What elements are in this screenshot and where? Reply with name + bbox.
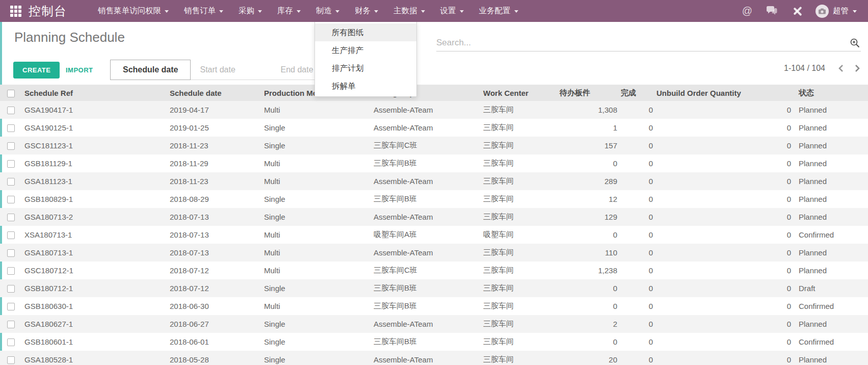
column-header-5[interactable]: 待办板件: [558, 85, 619, 101]
column-header-1[interactable]: Schedule date: [168, 85, 262, 101]
cell-mode: Single: [262, 279, 372, 297]
import-button[interactable]: IMPORT: [62, 62, 97, 79]
cell-unbuild: 0: [654, 351, 793, 365]
topbar-menu-item-6[interactable]: 主数据: [386, 0, 433, 22]
select-all-checkbox[interactable]: [7, 90, 15, 97]
app-title[interactable]: 控制台: [29, 3, 67, 19]
cell-group: 三胺车间B班: [372, 154, 481, 172]
row-checkbox[interactable]: [7, 303, 15, 310]
table-row[interactable]: GSA190125-12019-01-25SingleAssemble-ATea…: [0, 119, 868, 137]
cell-state: Planned: [793, 137, 868, 154]
cell-group: Assemble-ATeam: [372, 101, 481, 119]
topbar-menu-item-7[interactable]: 设置: [433, 0, 471, 22]
row-checkbox[interactable]: [7, 196, 15, 203]
cell-group: Assemble-ATeam: [372, 315, 481, 333]
dropdown-item-1[interactable]: 生产排产: [315, 41, 416, 59]
cell-center: 三胺车间: [481, 208, 558, 226]
dropdown-item-0[interactable]: 所有图纸: [315, 23, 416, 41]
row-checkbox[interactable]: [7, 321, 15, 328]
row-checkbox[interactable]: [7, 356, 15, 364]
topbar-menu-item-2[interactable]: 采购: [231, 0, 270, 22]
row-checkbox[interactable]: [7, 160, 15, 168]
table-row[interactable]: GSB180712-12018-07-12Single三胺车间B班三胺车间000…: [0, 279, 868, 297]
table-row[interactable]: GSB180630-12018-06-30Multi三胺车间B班三胺车间000C…: [0, 297, 868, 315]
cell-mode: Single: [262, 208, 372, 226]
table-row[interactable]: GSA180713-22018-07-13SingleAssemble-ATea…: [0, 208, 868, 226]
cell-state: Planned: [793, 262, 868, 279]
column-header-4[interactable]: Work Center: [481, 85, 558, 101]
chat-bubble-icon[interactable]: [766, 6, 778, 16]
row-checkbox[interactable]: [7, 285, 15, 293]
column-header-0[interactable]: Schedule Ref: [22, 85, 168, 101]
row-checkbox[interactable]: [7, 338, 15, 346]
row-checkbox[interactable]: [7, 267, 15, 275]
cell-date: 2018-06-30: [168, 297, 262, 315]
cell-state: Confirmed: [793, 297, 868, 315]
cell-date: 2018-06-01: [168, 333, 262, 351]
search-zoom-icon[interactable]: [850, 38, 860, 48]
cell-mode: Multi: [262, 297, 372, 315]
topbar-menu-item-0[interactable]: 销售菜单访问权限: [90, 0, 176, 22]
cell-date: 2019-01-25: [168, 119, 262, 137]
cell-center: 三胺车间: [481, 190, 558, 208]
cell-todo: 0: [558, 333, 619, 351]
table-row[interactable]: GSB180829-12018-08-29Single三胺车间B班三胺车间120…: [0, 190, 868, 208]
pager-previous-button[interactable]: [837, 64, 845, 72]
table-row[interactable]: GSB181129-12018-11-29Multi三胺车间B班三胺车间000P…: [0, 154, 868, 172]
row-checkbox[interactable]: [7, 231, 15, 239]
topbar-menu-item-1[interactable]: 销售订单: [176, 0, 231, 22]
table-row[interactable]: GSA180713-12018-07-13MultiAssemble-ATeam…: [0, 244, 868, 262]
cell-ref: GSB180630-1: [22, 297, 168, 315]
column-header-6[interactable]: 完成: [619, 85, 654, 101]
cell-todo: 0: [558, 226, 619, 244]
cell-todo: 0: [558, 154, 619, 172]
cell-mode: Multi: [262, 262, 372, 279]
row-checkbox[interactable]: [7, 107, 15, 114]
table-row[interactable]: GSA180528-12018-05-28SingleAssemble-ATea…: [0, 351, 868, 365]
row-checkbox[interactable]: [7, 124, 15, 132]
table-row[interactable]: GSA181123-12018-11-23MultiAssemble-ATeam…: [0, 172, 868, 190]
cell-center: 三胺车间: [481, 279, 558, 297]
cell-date: 2018-05-28: [168, 351, 262, 365]
user-menu[interactable]: 超管: [816, 5, 857, 18]
column-header-7[interactable]: Unbuild Order Quantity: [654, 85, 793, 101]
topbar-menu-item-4[interactable]: 制造: [308, 0, 347, 22]
topbar-menu-item-8[interactable]: 业务配置: [471, 0, 526, 22]
cell-mode: Single: [262, 137, 372, 154]
apps-grid-icon[interactable]: [10, 6, 21, 17]
table-row[interactable]: GSC180712-12018-07-12Multi三胺车间C班三胺车间1,23…: [0, 262, 868, 279]
start-date-input[interactable]: [191, 60, 271, 80]
cell-done: 0: [619, 137, 654, 154]
table-row[interactable]: GSA180627-12018-06-27SingleAssemble-ATea…: [0, 315, 868, 333]
row-checkbox-cell: [0, 190, 22, 208]
cell-mode: Multi: [262, 226, 372, 244]
topbar-menu-item-5[interactable]: 财务: [347, 0, 386, 22]
create-button[interactable]: CREATE: [13, 62, 60, 79]
pager-next-button[interactable]: [854, 64, 861, 72]
main-content: Planning Schedule CREATE IMPORT Schedule…: [0, 22, 868, 365]
table-row[interactable]: XSA180713-12018-07-13Multi吸塑车间A班吸塑车间000C…: [0, 226, 868, 244]
cell-ref: GSA190417-1: [22, 101, 168, 119]
column-header-8[interactable]: 状态: [793, 85, 868, 101]
dropdown-item-2[interactable]: 排产计划: [315, 59, 416, 77]
row-checkbox[interactable]: [7, 178, 15, 186]
table-row[interactable]: GSB180601-12018-06-01Single三胺车间B班三胺车间000…: [0, 333, 868, 351]
search-box: [436, 34, 861, 51]
row-checkbox[interactable]: [7, 214, 15, 221]
cell-done: 0: [619, 297, 654, 315]
chevron-down-icon: [460, 10, 464, 13]
cell-center: 三胺车间: [481, 137, 558, 154]
schedule-date-filter-button[interactable]: Schedule date: [110, 60, 191, 80]
cell-unbuild: 0: [654, 190, 793, 208]
cell-todo: 129: [558, 208, 619, 226]
cell-state: Confirmed: [793, 333, 868, 351]
developer-tools-icon[interactable]: [791, 6, 802, 17]
mentions-at-icon[interactable]: @: [742, 5, 752, 17]
table-row[interactable]: GSA190417-12019-04-17MultiAssemble-ATeam…: [0, 101, 868, 119]
row-checkbox[interactable]: [7, 142, 15, 150]
table-row[interactable]: GSC181123-12018-11-23Single三胺车间C班三胺车间157…: [0, 137, 868, 154]
search-input[interactable]: [436, 38, 850, 48]
topbar-menu-item-3[interactable]: 库存: [270, 0, 308, 22]
dropdown-item-3[interactable]: 拆解单: [315, 77, 416, 95]
row-checkbox[interactable]: [7, 249, 15, 257]
